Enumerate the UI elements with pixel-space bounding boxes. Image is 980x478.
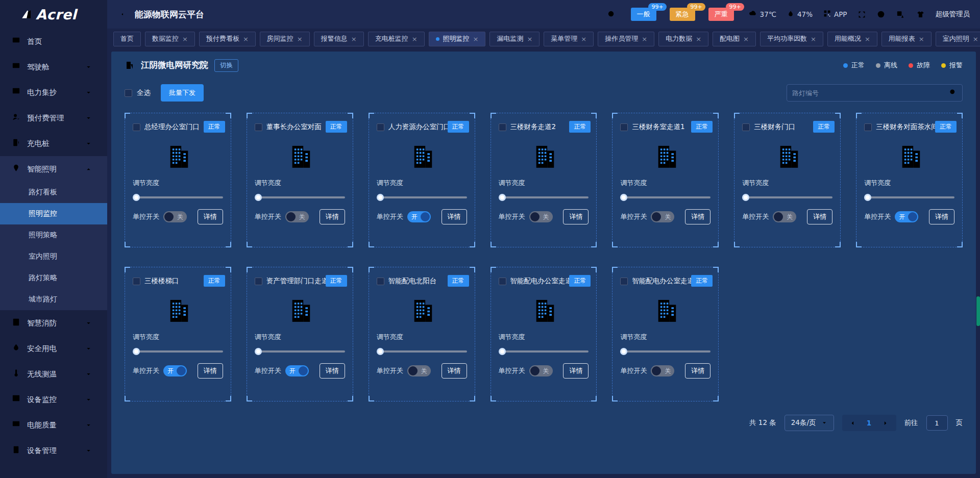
page-size-select[interactable]: 24条/页 <box>785 415 834 431</box>
app-download[interactable]: APP <box>823 9 847 19</box>
tab-close-icon[interactable]: × <box>811 36 816 42</box>
brand-logo[interactable]: Acrel <box>0 0 107 29</box>
detail-button[interactable]: 详情 <box>320 363 345 379</box>
tab-漏电监测[interactable]: 漏电监测× <box>489 32 540 46</box>
sidebar-item-智慧消防[interactable]: 智慧消防 <box>0 310 107 336</box>
card-checkbox[interactable] <box>499 278 506 285</box>
tab-close-icon[interactable]: × <box>865 36 870 42</box>
sidebar-item-充电桩[interactable]: 充电桩 <box>0 131 107 156</box>
slider-thumb[interactable] <box>499 194 506 201</box>
tab-菜单管理[interactable]: 菜单管理× <box>544 32 594 46</box>
sidebar-subitem-照明监控[interactable]: 照明监控 <box>0 203 107 224</box>
tab-close-icon[interactable]: × <box>973 36 978 42</box>
detail-button[interactable]: 详情 <box>198 363 223 379</box>
slider-thumb[interactable] <box>377 194 384 201</box>
theme-icon[interactable] <box>916 10 925 19</box>
slider-thumb[interactable] <box>742 194 749 201</box>
goto-page-input[interactable] <box>926 415 948 431</box>
brightness-slider[interactable] <box>620 194 710 201</box>
sidebar-item-智能照明[interactable]: 智能照明 <box>0 156 107 182</box>
lamp-number-input[interactable] <box>792 89 949 97</box>
sidebar-subitem-城市路灯[interactable]: 城市路灯 <box>0 289 107 310</box>
language-icon[interactable] <box>896 10 905 19</box>
tab-用能报表[interactable]: 用能报表× <box>881 32 932 46</box>
detail-button[interactable]: 详情 <box>929 209 954 224</box>
tab-close-icon[interactable]: × <box>581 36 586 42</box>
brightness-slider[interactable] <box>255 194 345 201</box>
tab-close-icon[interactable]: × <box>182 36 188 42</box>
card-checkbox[interactable] <box>620 278 628 285</box>
slider-thumb[interactable] <box>133 194 140 201</box>
detail-button[interactable]: 详情 <box>198 209 223 224</box>
card-checkbox[interactable] <box>255 278 262 285</box>
tab-用能概况[interactable]: 用能概况× <box>827 32 877 46</box>
site-switch-button[interactable]: 切换 <box>214 59 238 72</box>
slider-thumb[interactable] <box>620 194 627 201</box>
sidebar-item-电能质量[interactable]: 电能质量 <box>0 412 107 438</box>
vertical-scrollbar-thumb[interactable] <box>976 296 980 326</box>
next-page-icon[interactable] <box>878 420 893 426</box>
detail-button[interactable]: 详情 <box>807 209 832 224</box>
power-toggle[interactable]: 关 <box>651 211 674 222</box>
tab-数据监控[interactable]: 数据监控× <box>145 32 195 46</box>
power-toggle[interactable]: 关 <box>407 365 431 376</box>
tab-平均功率因数[interactable]: 平均功率因数× <box>760 32 823 46</box>
tab-close-icon[interactable]: × <box>743 36 749 42</box>
card-checkbox[interactable] <box>742 123 750 131</box>
tab-close-icon[interactable]: × <box>642 36 647 42</box>
tab-首页[interactable]: 首页 <box>113 32 141 46</box>
detail-button[interactable]: 详情 <box>563 363 589 379</box>
sidebar-subitem-照明策略[interactable]: 照明策略 <box>0 224 107 246</box>
brightness-slider[interactable] <box>742 194 832 201</box>
fullscreen-icon[interactable] <box>857 10 866 19</box>
batch-dispatch-button[interactable]: 批量下发 <box>161 84 204 102</box>
tab-close-icon[interactable]: × <box>696 36 701 42</box>
help-icon[interactable] <box>876 10 886 19</box>
sidebar-subitem-室内照明[interactable]: 室内照明 <box>0 246 107 267</box>
detail-button[interactable]: 详情 <box>563 209 589 224</box>
power-toggle[interactable]: 关 <box>651 365 674 376</box>
tab-室内照明[interactable]: 室内照明× <box>936 32 980 46</box>
brightness-slider[interactable] <box>620 348 710 355</box>
search-submit-icon[interactable] <box>949 88 957 98</box>
alarm-badge-严重[interactable]: 严重99+ <box>708 8 734 21</box>
power-toggle[interactable]: 开 <box>407 211 431 222</box>
brightness-slider[interactable] <box>133 194 223 201</box>
tab-close-icon[interactable]: × <box>527 36 532 42</box>
tab-close-icon[interactable]: × <box>473 36 479 42</box>
slider-thumb[interactable] <box>255 348 262 355</box>
detail-button[interactable]: 详情 <box>320 209 345 224</box>
detail-button[interactable]: 详情 <box>685 363 710 379</box>
card-checkbox[interactable] <box>499 123 506 131</box>
tab-预付费看板[interactable]: 预付费看板× <box>199 32 256 46</box>
prev-page-icon[interactable] <box>845 420 861 426</box>
sidebar-item-驾驶舱[interactable]: 驾驶舱 <box>0 54 107 80</box>
sidebar-item-电力集抄[interactable]: 电力集抄 <box>0 80 107 105</box>
current-user[interactable]: 超级管理员 <box>936 10 970 19</box>
card-checkbox[interactable] <box>133 123 140 131</box>
tab-close-icon[interactable]: × <box>243 36 249 42</box>
slider-thumb[interactable] <box>133 348 140 355</box>
brightness-slider[interactable] <box>377 194 467 201</box>
brightness-slider[interactable] <box>864 194 954 201</box>
detail-button[interactable]: 详情 <box>442 209 467 224</box>
detail-button[interactable]: 详情 <box>442 363 467 379</box>
tab-充电桩监控[interactable]: 充电桩监控× <box>368 32 425 46</box>
tab-配电图[interactable]: 配电图× <box>713 32 756 46</box>
slider-thumb[interactable] <box>864 194 871 201</box>
tab-照明监控[interactable]: 照明监控× <box>429 32 486 46</box>
brightness-slider[interactable] <box>255 348 345 355</box>
sidebar-subitem-路灯看板[interactable]: 路灯看板 <box>0 182 107 203</box>
alarm-badge-紧急[interactable]: 紧急99+ <box>670 8 695 21</box>
sidebar-item-设备监控[interactable]: 设备监控 <box>0 387 107 412</box>
brightness-slider[interactable] <box>377 348 467 355</box>
slider-thumb[interactable] <box>499 348 506 355</box>
select-all-checkbox[interactable] <box>125 89 132 97</box>
tab-close-icon[interactable]: × <box>297 36 303 42</box>
card-checkbox[interactable] <box>620 123 628 131</box>
power-toggle[interactable]: 开 <box>163 365 187 376</box>
sidebar-subitem-路灯策略[interactable]: 路灯策略 <box>0 267 107 289</box>
power-toggle[interactable]: 开 <box>285 365 309 376</box>
power-toggle[interactable]: 关 <box>529 365 553 376</box>
sidebar-item-预付费管理[interactable]: 预付费管理 <box>0 105 107 131</box>
